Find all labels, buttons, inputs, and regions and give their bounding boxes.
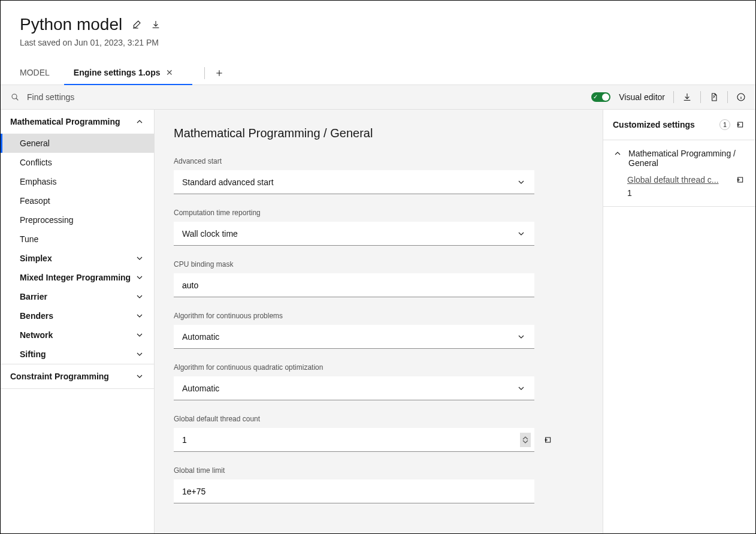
sidebar-item-label: Feasopt bbox=[20, 196, 50, 206]
sidebar-item-label: Emphasis bbox=[20, 177, 56, 186]
sidebar-sub-label: Benders bbox=[20, 311, 53, 321]
chevron-down-icon bbox=[516, 229, 526, 239]
customized-group-title: Mathematical Programming / General bbox=[628, 149, 746, 168]
customized-count-badge: 1 bbox=[719, 119, 730, 130]
input-time-limit[interactable] bbox=[182, 487, 526, 496]
sidebar-group-constraint-programming[interactable]: Constraint Programming bbox=[1, 364, 154, 388]
reset-item-icon[interactable] bbox=[736, 175, 746, 185]
toolbar-divider bbox=[700, 91, 701, 103]
tabs-bar: MODEL Engine settings 1.ops ✕ bbox=[1, 62, 755, 85]
sidebar-item-conflicts[interactable]: Conflicts bbox=[1, 153, 154, 172]
input-thread-count-wrap bbox=[174, 428, 534, 452]
tab-model-label: MODEL bbox=[20, 68, 50, 77]
reset-icon[interactable] bbox=[544, 435, 554, 445]
add-tab-button[interactable] bbox=[212, 66, 226, 80]
toolbar-divider bbox=[727, 91, 728, 103]
number-stepper[interactable] bbox=[520, 433, 531, 447]
field-label-comp-time: Computation time reporting bbox=[174, 209, 534, 217]
input-cpu-mask-wrap bbox=[174, 273, 534, 297]
field-label-algo-cont: Algorithm for continuous problems bbox=[174, 312, 534, 320]
input-thread-count[interactable] bbox=[182, 435, 526, 445]
chevron-down-icon bbox=[522, 440, 528, 444]
customized-settings-title: Customized settings bbox=[613, 120, 713, 129]
reset-all-icon[interactable] bbox=[736, 120, 746, 129]
customized-item-value: 1 bbox=[627, 188, 746, 198]
close-icon[interactable]: ✕ bbox=[166, 68, 173, 77]
sidebar-sub-mip[interactable]: Mixed Integer Programming bbox=[1, 268, 154, 287]
toolbar-divider bbox=[673, 91, 674, 103]
sidebar-sub-label: Sifting bbox=[20, 349, 46, 359]
tab-engine-label: Engine settings 1.ops bbox=[74, 68, 161, 77]
sidebar-sub-label: Barrier bbox=[20, 292, 47, 301]
main-content: Mathematical Programming / General Advan… bbox=[155, 110, 603, 533]
settings-toolbar: ✓ Visual editor bbox=[1, 85, 755, 110]
select-value: Automatic bbox=[182, 332, 219, 342]
sidebar-item-general[interactable]: General bbox=[1, 134, 154, 153]
visual-editor-label: Visual editor bbox=[619, 92, 665, 102]
chevron-up-icon[interactable] bbox=[613, 149, 622, 158]
sidebar-group-constraint-label: Constraint Programming bbox=[10, 372, 109, 381]
chevron-down-icon bbox=[135, 349, 144, 359]
chevron-down-icon bbox=[135, 311, 144, 321]
tab-divider bbox=[204, 67, 205, 79]
sidebar-group-math-programming-label: Mathematical Programming bbox=[10, 117, 120, 126]
tab-model[interactable]: MODEL bbox=[20, 62, 59, 85]
sidebar-sub-label: Mixed Integer Programming bbox=[20, 273, 131, 282]
sidebar-sub-label: Simplex bbox=[20, 254, 52, 263]
visual-editor-toggle[interactable]: ✓ bbox=[591, 92, 610, 102]
export-icon[interactable] bbox=[709, 92, 719, 102]
chevron-up-icon bbox=[135, 117, 144, 126]
field-label-algo-quad: Algorithm for continuous quadratic optim… bbox=[174, 363, 534, 372]
sidebar-item-label: Conflicts bbox=[20, 158, 52, 167]
chevron-down-icon bbox=[135, 292, 144, 301]
svg-point-0 bbox=[12, 94, 17, 99]
select-algo-cont[interactable]: Automatic bbox=[174, 325, 534, 349]
sidebar-sub-label: Network bbox=[20, 330, 53, 340]
customized-settings-panel: Customized settings 1 Mathematical Progr… bbox=[603, 110, 755, 533]
sidebar-item-label: Preprocessing bbox=[20, 215, 74, 225]
chevron-down-icon bbox=[516, 332, 526, 342]
field-label-advanced-start: Advanced start bbox=[174, 157, 534, 165]
chevron-down-icon bbox=[516, 177, 526, 187]
sidebar-group-math-programming[interactable]: Mathematical Programming bbox=[1, 110, 154, 134]
select-advanced-start[interactable]: Standard advanced start bbox=[174, 170, 534, 194]
sidebar-sub-barrier[interactable]: Barrier bbox=[1, 287, 154, 306]
input-time-limit-wrap bbox=[174, 479, 534, 503]
sidebar: Mathematical Programming General Conflic… bbox=[1, 110, 155, 533]
input-cpu-mask[interactable] bbox=[182, 280, 526, 290]
download-icon[interactable] bbox=[151, 20, 161, 29]
sidebar-item-preprocessing[interactable]: Preprocessing bbox=[1, 210, 154, 230]
search-input[interactable] bbox=[27, 92, 572, 102]
download-settings-icon[interactable] bbox=[682, 92, 692, 102]
field-label-time-limit: Global time limit bbox=[174, 466, 534, 475]
chevron-down-icon bbox=[135, 273, 144, 282]
search-icon bbox=[10, 92, 20, 102]
field-label-thread-count: Global default thread count bbox=[174, 415, 534, 423]
select-value: Wall clock time bbox=[182, 229, 238, 239]
last-saved-text: Last saved on Jun 01, 2023, 3:21 PM bbox=[20, 38, 736, 47]
sidebar-item-label: Tune bbox=[20, 234, 38, 244]
chevron-down-icon bbox=[135, 254, 144, 263]
breadcrumb: Mathematical Programming / General bbox=[174, 126, 583, 140]
page-title: Python model bbox=[20, 15, 122, 34]
select-value: Automatic bbox=[182, 384, 219, 393]
chevron-down-icon bbox=[135, 330, 144, 340]
sidebar-item-tune[interactable]: Tune bbox=[1, 230, 154, 249]
erase-icon[interactable] bbox=[132, 20, 141, 29]
sidebar-item-feasopt[interactable]: Feasopt bbox=[1, 191, 154, 210]
sidebar-sub-sifting[interactable]: Sifting bbox=[1, 345, 154, 364]
chevron-down-icon bbox=[516, 384, 526, 393]
sidebar-sub-simplex[interactable]: Simplex bbox=[1, 249, 154, 268]
select-algo-quad[interactable]: Automatic bbox=[174, 376, 534, 400]
customized-item-link[interactable]: Global default thread c... bbox=[627, 175, 730, 185]
select-comp-time[interactable]: Wall clock time bbox=[174, 222, 534, 246]
page-header: Python model Last saved on Jun 01, 2023,… bbox=[1, 1, 755, 47]
select-value: Standard advanced start bbox=[182, 177, 274, 187]
sidebar-sub-network[interactable]: Network bbox=[1, 325, 154, 345]
tab-engine-settings[interactable]: Engine settings 1.ops ✕ bbox=[74, 62, 183, 85]
field-label-cpu-mask: CPU binding mask bbox=[174, 260, 534, 268]
chevron-down-icon bbox=[135, 372, 144, 381]
sidebar-sub-benders[interactable]: Benders bbox=[1, 306, 154, 325]
info-icon[interactable] bbox=[736, 92, 746, 102]
sidebar-item-emphasis[interactable]: Emphasis bbox=[1, 172, 154, 191]
